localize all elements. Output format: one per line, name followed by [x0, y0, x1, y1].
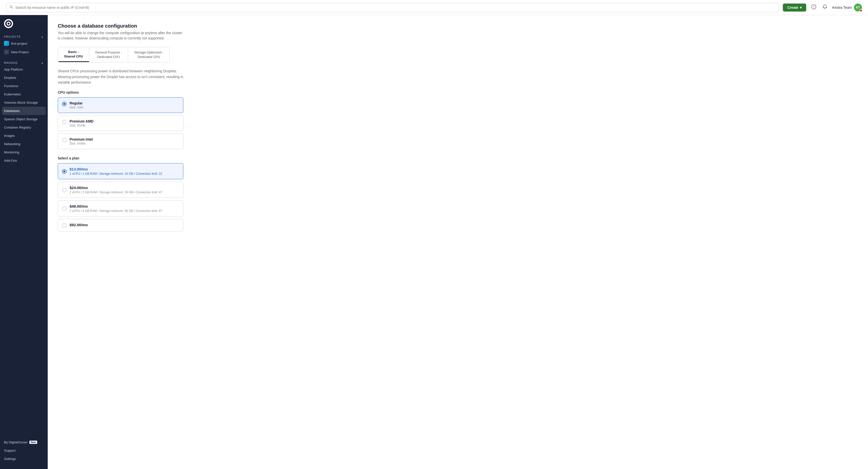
- add-project-icon: +: [4, 50, 9, 55]
- plan-card-48[interactable]: $48.00/mo 2 vCPU / 4 GB RAM / Storage mi…: [58, 200, 183, 216]
- plan-13-price: $13.00/mo: [69, 167, 162, 171]
- sidebar-item-volumes-block-storage[interactable]: Volumes Block Storage: [2, 98, 46, 107]
- plan-cards-list: $13.00/mo 1 vCPU / 1 GB RAM / Storage mi…: [58, 163, 183, 231]
- avatar: KT: [854, 3, 862, 11]
- sidebar-item-support[interactable]: Support: [2, 446, 46, 455]
- sidebar-item-kubernetes[interactable]: Kubernetes: [2, 90, 46, 98]
- search-icon: [9, 5, 13, 10]
- projects-list: first-project + New Project: [0, 39, 48, 58]
- sidebar-item-app-platform[interactable]: App Platform: [2, 65, 46, 73]
- plan-card-13[interactable]: $13.00/mo 1 vCPU / 1 GB RAM / Storage mi…: [58, 163, 183, 179]
- plan-13-details: 1 vCPU / 1 GB RAM / Storage minimum: 10 …: [69, 172, 162, 176]
- plan-card-24[interactable]: $24.00/mo 1 vCPU / 2 GB RAM / Storage mi…: [58, 182, 183, 198]
- sidebar-item-settings[interactable]: Settings: [2, 455, 46, 463]
- cpu-option-intel-name: Premium Intel: [69, 137, 93, 142]
- tab-general-purpose-cpu[interactable]: General Purpose -Dedicated CPU: [89, 47, 128, 62]
- plan-select-label: Select a plan: [58, 156, 858, 160]
- search-input[interactable]: [15, 5, 776, 9]
- avatar-badge: [860, 9, 863, 12]
- cpu-options-label: CPU options: [58, 90, 858, 94]
- projects-section-label: PROJECTS ▲: [0, 32, 48, 39]
- sidebar-item-functions[interactable]: Functions: [2, 82, 46, 90]
- tab-storage-optimized-cpu[interactable]: Storage-Optimized -Dedicated CPU: [128, 47, 169, 62]
- radio-plan-48: [62, 207, 67, 211]
- projects-chevron-icon: ▲: [41, 35, 44, 38]
- tab-basic-shared-cpu[interactable]: Basic -Shared CPU: [58, 47, 89, 62]
- plan-48-details: 2 vCPU / 4 GB RAM / Storage minimum: 60 …: [69, 209, 162, 213]
- sidebar-item-container-registry[interactable]: Container Registry: [2, 123, 46, 131]
- project-icon: [4, 41, 9, 46]
- plan-48-price: $48.00/mo: [69, 204, 162, 209]
- plan-92-price: $92.00/mo: [69, 223, 88, 227]
- sidebar-item-spaces-object-storage[interactable]: Spaces Object Storage: [2, 115, 46, 123]
- notifications-button[interactable]: [821, 3, 828, 11]
- plan-24-price: $24.00/mo: [69, 186, 162, 190]
- cpu-option-regular[interactable]: Regular Disk: SSD: [58, 97, 183, 113]
- search-bar[interactable]: [6, 3, 779, 12]
- svg-text:?: ?: [813, 5, 814, 8]
- sidebar-item-droplets[interactable]: Droplets: [2, 73, 46, 82]
- user-name: Kestra Team: [832, 5, 852, 9]
- sidebar-item-add-ons[interactable]: Add-Ons: [2, 156, 46, 165]
- sidebar-item-databases[interactable]: Databases: [2, 107, 46, 115]
- cpu-type-tabs: Basic -Shared CPU General Purpose -Dedic…: [58, 47, 170, 62]
- cpu-options-list: Regular Disk: SSD Premium AMD Disk: NVMe…: [58, 97, 183, 149]
- cpu-description: Shared CPUs processing power is distribu…: [58, 68, 183, 85]
- topbar-right: Create ▾ ? Kestra Team KT: [783, 3, 862, 11]
- manage-section-label: MANAGE ▲: [0, 58, 48, 65]
- nav-list: App Platform Droplets Functions Kubernet…: [0, 65, 48, 165]
- app-body: PROJECTS ▲ first-project + New Project M…: [0, 15, 868, 469]
- topbar: Create ▾ ? Kestra Team KT: [0, 0, 868, 15]
- sidebar-item-first-project[interactable]: first-project: [2, 39, 46, 48]
- sidebar-bottom: By DigitalOcean New Support Settings: [0, 436, 48, 465]
- manage-chevron-icon: ▲: [41, 62, 44, 64]
- help-button[interactable]: ?: [810, 3, 817, 11]
- cpu-option-regular-name: Regular: [69, 101, 83, 105]
- cpu-option-premium-amd[interactable]: Premium AMD Disk: NVMe: [58, 116, 183, 131]
- radio-regular: [62, 102, 67, 106]
- page-title: Choose a database configuration: [58, 23, 858, 29]
- main-content: Choose a database configuration You will…: [48, 15, 868, 469]
- sidebar-item-new-project[interactable]: + New Project: [2, 48, 46, 56]
- new-badge: New: [29, 441, 37, 444]
- logo-icon: [4, 19, 13, 28]
- user-info: Kestra Team KT: [832, 3, 862, 11]
- sidebar: PROJECTS ▲ first-project + New Project M…: [0, 15, 48, 469]
- radio-plan-92: [62, 223, 67, 228]
- cpu-option-premium-intel[interactable]: Premium Intel Disk: NVMe: [58, 133, 183, 149]
- cpu-option-amd-name: Premium AMD: [69, 119, 93, 123]
- sidebar-item-images[interactable]: Images: [2, 131, 46, 140]
- radio-plan-13: [62, 169, 67, 174]
- cpu-option-regular-sub: Disk: SSD: [69, 106, 83, 109]
- sidebar-item-networking[interactable]: Networking: [2, 140, 46, 148]
- chevron-down-icon: ▾: [800, 5, 802, 9]
- sidebar-item-monitoring[interactable]: Monitoring: [2, 148, 46, 156]
- logo: [0, 15, 48, 32]
- create-button[interactable]: Create ▾: [783, 3, 806, 11]
- plan-card-92[interactable]: $92.00/mo: [58, 219, 183, 231]
- page-description: You will be able to change the compute c…: [58, 30, 183, 41]
- cpu-option-amd-sub: Disk: NVMe: [69, 124, 93, 127]
- cpu-option-intel-sub: Disk: NVMe: [69, 142, 93, 145]
- by-digitalocean[interactable]: By DigitalOcean New: [2, 438, 46, 446]
- radio-premium-amd: [62, 120, 67, 124]
- radio-premium-intel: [62, 138, 67, 143]
- svg-point-5: [7, 23, 9, 25]
- radio-plan-24: [62, 188, 67, 192]
- plan-24-details: 1 vCPU / 2 GB RAM / Storage minimum: 30 …: [69, 191, 162, 194]
